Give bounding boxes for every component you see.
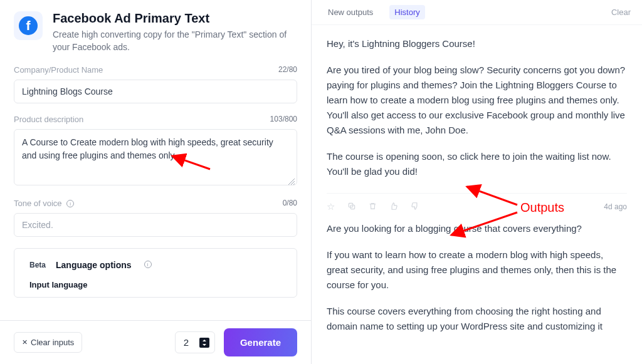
page-subtitle: Create high converting copy for the "Pri… [53,28,297,54]
language-options-box: Beta Language options i Input language [14,248,297,298]
quantity-value: 2 [181,337,192,348]
tone-label: Tone of voice i [14,199,74,208]
output-tabs: New outputs History Clear [312,0,642,25]
field-tone: Tone of voice i 0/80 [14,199,297,237]
company-label: Company/Product Name [14,65,103,75]
field-description: Product description 103/800 [14,115,297,187]
company-counter: 22/80 [278,65,297,74]
tone-input[interactable] [14,213,297,237]
thumbs-down-icon[interactable] [411,202,419,212]
description-counter: 103/800 [270,115,297,123]
facebook-icon: f [14,11,43,40]
output-paragraph: Are you looking for a blogging course th… [327,221,627,236]
star-icon[interactable]: ☆ [327,201,335,212]
output-paragraph: Hey, it's Lightning Bloggers Course! [327,36,627,51]
close-icon: ✕ [22,338,28,346]
footer-bar: ✕ Clear inputs 2 Generate [0,320,311,364]
generate-button[interactable]: Generate [224,328,297,356]
tab-new-outputs[interactable]: New outputs [323,5,378,19]
delete-icon[interactable] [369,202,377,212]
output-panel: New outputs History Clear Hey, it's Ligh… [312,0,642,364]
output-actions: ☆ 4d ago [327,199,627,216]
clear-outputs-link[interactable]: Clear [611,8,631,17]
beta-badge: Beta [29,261,46,269]
language-options-label: Language options [56,260,132,270]
tone-counter: 0/80 [283,199,297,207]
output-timestamp: 4d ago [604,202,627,211]
quantity-stepper[interactable]: 2 [175,331,215,353]
output-item[interactable]: Hey, it's Lightning Bloggers Course! Are… [327,31,627,189]
output-paragraph: This course covers everything from choos… [327,304,627,334]
stepper-icon[interactable] [199,338,209,348]
description-textarea[interactable] [14,129,297,185]
output-paragraph: The course is opening soon, so click her… [327,149,627,179]
company-input[interactable] [14,80,297,103]
clear-inputs-button[interactable]: ✕ Clear inputs [14,332,82,353]
output-item[interactable]: Are you looking for a blogging course th… [327,216,627,344]
info-icon[interactable]: i [144,261,152,268]
info-icon[interactable]: i [66,200,74,207]
page-title: Facebook Ad Primary Text [53,11,297,26]
field-company: Company/Product Name 22/80 [14,65,297,103]
thumbs-up-icon[interactable] [389,202,398,212]
output-paragraph: Are you tired of your blog being slow? S… [327,63,627,138]
tab-history[interactable]: History [389,5,424,19]
copy-icon[interactable] [347,202,356,212]
input-language-label: Input language [29,280,282,289]
description-label: Product description [14,115,83,124]
input-panel: f Facebook Ad Primary Text Create high c… [0,0,312,364]
output-paragraph: If you want to learn how to create a mod… [327,247,627,293]
output-separator [327,193,627,194]
